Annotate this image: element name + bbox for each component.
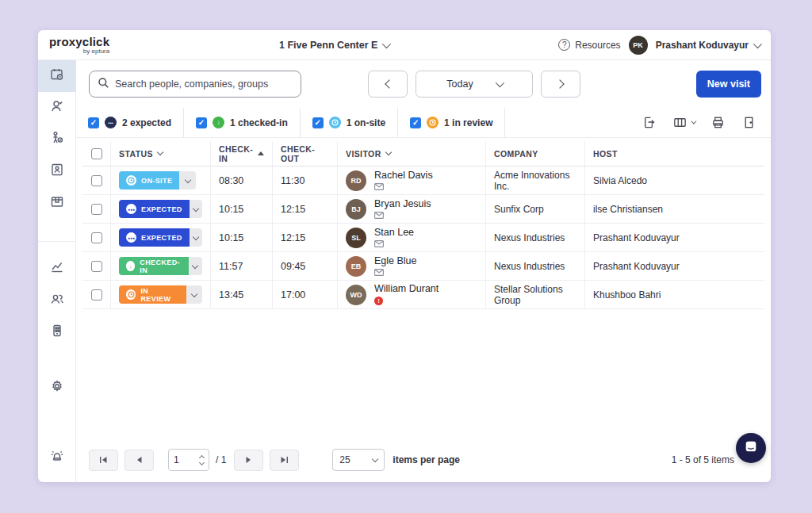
visitor-avatar[interactable]: WD — [346, 285, 366, 305]
prev-day-button[interactable] — [368, 71, 408, 98]
alarm-siren-icon — [49, 447, 65, 466]
user-menu[interactable]: Prashant Koduvayur — [656, 40, 760, 51]
row-checkbox[interactable] — [91, 204, 102, 215]
check-out-time: 12:15 — [281, 204, 305, 215]
sidebar-item-analytics[interactable] — [38, 253, 76, 285]
next-page-button[interactable] — [234, 450, 263, 471]
location-selector[interactable]: 1 Five Penn Center E — [279, 40, 389, 51]
people-group-icon — [49, 291, 65, 310]
status-badge[interactable]: ON-SITE — [119, 171, 196, 190]
visitor-avatar[interactable]: EB — [346, 256, 366, 277]
check-out-time: 17:00 — [281, 289, 305, 301]
column-header-check-in[interactable]: CHECK-IN — [211, 141, 273, 166]
user-avatar[interactable]: PK — [629, 36, 648, 55]
visitor-avatar[interactable]: RD — [346, 170, 366, 191]
status-dropdown[interactable] — [189, 257, 202, 275]
sidebar-item-emergency[interactable] — [38, 441, 76, 473]
columns-icon[interactable] — [672, 115, 695, 130]
sidebar-item-visitors[interactable] — [38, 92, 76, 124]
chevron-down-icon — [753, 39, 762, 48]
proxyclick-logo[interactable]: proxyclick by eptura — [49, 36, 109, 55]
sidebar-item-settings[interactable] — [38, 372, 76, 404]
first-page-button[interactable] — [89, 450, 118, 471]
filter-on-site[interactable]: ✓ 1 on-site — [301, 108, 398, 137]
status-dropdown[interactable] — [190, 200, 202, 218]
print-icon[interactable] — [710, 115, 726, 130]
visitor-avatar[interactable]: SL — [346, 228, 366, 248]
clock-icon — [126, 175, 136, 186]
column-header-check-out[interactable]: CHECK-OUT — [273, 141, 338, 166]
prev-page-button[interactable] — [124, 450, 154, 471]
status-dropdown[interactable] — [186, 285, 202, 304]
logo-subtext: by eptura — [83, 48, 109, 55]
filter-checked-in[interactable]: ✓ ↓ 1 checked-in — [184, 108, 301, 137]
export-icon[interactable] — [642, 115, 657, 130]
visitor-name[interactable]: Stan Lee — [374, 228, 414, 239]
dots-icon: ●●● — [126, 204, 136, 214]
on-site-status-icon — [329, 117, 341, 128]
status-badge[interactable]: IN REVIEW — [119, 285, 202, 304]
column-header-company[interactable]: COMPANY — [486, 141, 585, 166]
sidebar-item-visits[interactable] — [38, 60, 76, 92]
resources-label: Resources — [575, 40, 620, 51]
select-all-checkbox[interactable] — [91, 148, 102, 159]
check-in-time: 11:57 — [219, 261, 243, 272]
visitor-name[interactable]: William Durant — [374, 284, 439, 295]
checkbox-checked-icon[interactable]: ✓ — [196, 117, 207, 128]
sidebar-item-people[interactable] — [38, 285, 76, 316]
next-day-button[interactable] — [541, 71, 580, 98]
sidebar-item-contacts[interactable] — [38, 155, 76, 187]
checkbox-checked-icon[interactable]: ✓ — [88, 117, 99, 128]
status-filter-bar: ✓ ••• 2 expected ✓ ↓ 1 checked-in ✓ 1 on… — [76, 108, 771, 138]
chevron-down-icon — [385, 149, 391, 155]
status-dropdown[interactable] — [179, 171, 196, 190]
visitor-name[interactable]: Egle Blue — [374, 256, 417, 267]
column-header-visitor[interactable]: VISITOR — [338, 141, 486, 166]
resources-button[interactable]: ? Resources — [558, 39, 620, 51]
check-in-time: 10:15 — [219, 204, 243, 215]
row-checkbox[interactable] — [91, 261, 102, 272]
search-box[interactable] — [89, 71, 301, 98]
sidebar-item-devices[interactable] — [38, 316, 76, 348]
sidebar-item-contractors[interactable] — [38, 124, 76, 155]
page-number-input[interactable] — [168, 449, 209, 471]
search-input[interactable] — [115, 78, 293, 90]
last-page-button[interactable] — [270, 450, 299, 471]
status-badge[interactable]: ↓CHECKED-IN — [119, 257, 202, 275]
top-bar: proxyclick by eptura 1 Five Penn Center … — [38, 30, 771, 60]
sidebar-item-deliveries[interactable] — [38, 187, 76, 219]
row-checkbox[interactable] — [91, 289, 102, 301]
column-header-status[interactable]: STATUS — [111, 141, 211, 166]
chat-launcher-button[interactable] — [736, 433, 766, 463]
filter-label: 2 expected — [122, 117, 171, 128]
page-number-field[interactable] — [174, 454, 194, 465]
status-badge[interactable]: ●●●EXPECTED — [119, 200, 202, 218]
visitor-avatar[interactable]: BJ — [346, 199, 366, 220]
help-icon: ? — [558, 39, 570, 51]
filter-label: 1 in review — [444, 117, 492, 128]
column-header-host[interactable]: HOST — [585, 141, 764, 166]
date-dropdown[interactable]: Today — [416, 71, 533, 98]
row-checkbox[interactable] — [91, 232, 102, 243]
status-badge[interactable]: ●●●EXPECTED — [119, 228, 202, 247]
row-checkbox[interactable] — [91, 175, 102, 186]
checkbox-checked-icon[interactable]: ✓ — [312, 117, 324, 128]
filter-expected[interactable]: ✓ ••• 2 expected — [76, 108, 184, 137]
chevron-down-icon — [691, 119, 696, 124]
email-icon — [374, 212, 431, 219]
filter-in-review[interactable]: ✓ 1 in review — [398, 108, 505, 137]
chevron-down-icon — [157, 149, 163, 155]
host-name: Prashant Koduvayur — [593, 261, 680, 272]
checkbox-checked-icon[interactable]: ✓ — [410, 117, 421, 128]
chevron-left-icon — [385, 79, 393, 88]
visitor-name[interactable]: Rachel Davis — [374, 170, 433, 182]
table-header-row: STATUS CHECK-IN CHECK-OUT VISITOR COMPAN… — [82, 141, 764, 167]
arrow-down-circle-icon: ↓ — [126, 261, 135, 271]
spinner-icon[interactable] — [200, 456, 204, 465]
page-size-select[interactable]: 25 — [332, 449, 385, 471]
status-dropdown[interactable] — [190, 228, 202, 247]
visitor-name[interactable]: Bryan Jesuis — [374, 199, 431, 210]
clock-icon — [126, 289, 136, 300]
new-visit-button[interactable]: New visit — [696, 71, 761, 98]
door-icon[interactable] — [741, 115, 756, 130]
